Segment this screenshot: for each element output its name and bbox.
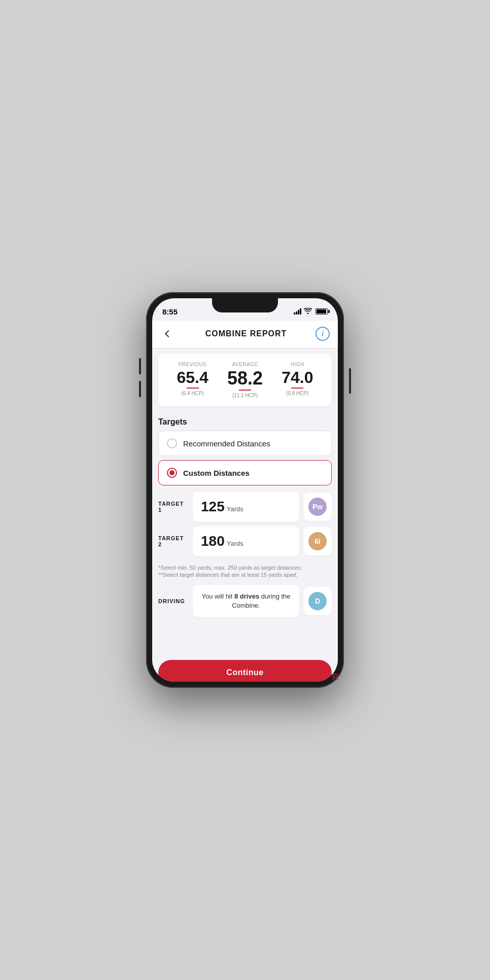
- stat-high: HIGH 74.0 (0.8 HCP): [271, 362, 324, 396]
- average-underline: [239, 390, 251, 391]
- spacer: [152, 621, 338, 652]
- watermark: R: [332, 672, 339, 683]
- target2-label: TARGET 2: [158, 535, 189, 547]
- phone-frame: 8:55: [146, 292, 344, 688]
- target-rows: TARGET 1 125 Yards Pw TARGET 2: [152, 489, 338, 563]
- target1-club-badge: Pw: [308, 498, 327, 516]
- screen-content: COMBINE REPORT i PREVIOUS 65.4 (6.4 HCP)…: [152, 321, 338, 682]
- average-hcp: (11.1 HCP): [219, 393, 271, 398]
- driving-club-box[interactable]: D: [303, 587, 332, 615]
- driving-box: You will hit 8 drives during the Combine…: [193, 585, 299, 617]
- page-title: COMBINE REPORT: [205, 329, 287, 338]
- custom-distances-option[interactable]: Custom Distances: [158, 460, 332, 485]
- target1-distance-box[interactable]: 125 Yards: [193, 492, 299, 522]
- target2-club-box[interactable]: 6i: [303, 527, 332, 555]
- target1-label: TARGET 1: [158, 501, 189, 513]
- targets-section: Targets Recommended Distances Custom Dis…: [152, 411, 338, 485]
- signal-bar-4: [300, 308, 301, 314]
- custom-label: Custom Distances: [183, 469, 250, 477]
- target1-club-label: Pw: [312, 503, 323, 511]
- signal-icon: [294, 308, 301, 314]
- target1-club-box[interactable]: Pw: [303, 493, 332, 521]
- stat-average: AVERAGE 58.2 (11.1 HCP): [219, 362, 271, 398]
- phone-screen: 8:55: [152, 298, 338, 682]
- driving-row: DRIVING You will hit 8 drives during the…: [158, 585, 332, 617]
- continue-section: Continue: [152, 652, 338, 682]
- previous-value: 65.4: [166, 369, 219, 386]
- high-label: HIGH: [271, 362, 324, 367]
- target1-row: TARGET 1 125 Yards Pw: [158, 492, 332, 522]
- header: COMBINE REPORT i: [152, 321, 338, 348]
- high-hcp: (0.8 HCP): [271, 391, 324, 396]
- continue-button[interactable]: Continue: [158, 660, 332, 682]
- previous-hcp: (6.4 HCP): [166, 391, 219, 396]
- driving-label: DRIVING: [158, 598, 189, 604]
- note2: **Select target distances that are at le…: [158, 572, 332, 578]
- previous-label: PREVIOUS: [166, 362, 219, 367]
- previous-underline: [187, 388, 199, 389]
- recommended-label: Recommended Distances: [183, 439, 270, 448]
- target1-unit: Yards: [227, 505, 243, 513]
- signal-bar-2: [296, 311, 297, 314]
- volume-down-button[interactable]: [139, 381, 141, 397]
- average-value: 58.2: [219, 369, 271, 388]
- driving-club-label: D: [315, 597, 320, 605]
- target2-distance: 180: [201, 533, 225, 549]
- average-label: AVERAGE: [219, 362, 271, 367]
- back-chevron-icon: [165, 330, 172, 337]
- wifi-icon: [304, 308, 312, 316]
- driving-text-part1: You will hit: [201, 592, 234, 600]
- custom-radio-dot: [169, 470, 174, 475]
- power-button[interactable]: [349, 368, 351, 394]
- target2-unit: Yards: [227, 540, 243, 547]
- volume-up-button[interactable]: [139, 358, 141, 374]
- target2-distance-box[interactable]: 180 Yards: [193, 526, 299, 556]
- custom-radio: [167, 468, 177, 478]
- recommended-radio: [167, 438, 177, 448]
- battery-fill: [317, 309, 326, 313]
- target2-row: TARGET 2 180 Yards 6i: [158, 526, 332, 556]
- note1: *Select min. 50 yards, max. 250 yards as…: [158, 565, 332, 571]
- signal-bar-3: [298, 310, 299, 314]
- notes-section: *Select min. 50 yards, max. 250 yards as…: [152, 563, 338, 583]
- targets-title: Targets: [158, 417, 332, 427]
- back-button[interactable]: [160, 326, 177, 342]
- driving-bold-text: 8 drives: [234, 592, 259, 600]
- info-icon: i: [322, 330, 324, 338]
- battery-icon: [316, 308, 328, 314]
- driving-text: You will hit 8 drives during the Combine…: [201, 592, 291, 610]
- stats-card: PREVIOUS 65.4 (6.4 HCP) AVERAGE 58.2 (11…: [158, 354, 332, 406]
- high-value: 74.0: [271, 369, 324, 386]
- driving-club-badge: D: [308, 592, 327, 610]
- notch: [212, 298, 278, 312]
- target2-club-label: 6i: [314, 537, 321, 545]
- info-button[interactable]: i: [316, 327, 330, 341]
- high-underline: [291, 388, 303, 389]
- target1-distance: 125: [201, 499, 225, 515]
- target2-club-badge: 6i: [308, 532, 327, 550]
- signal-bar-1: [294, 312, 295, 314]
- status-icons: [294, 308, 328, 316]
- stat-previous: PREVIOUS 65.4 (6.4 HCP): [166, 362, 219, 396]
- status-time: 8:55: [162, 307, 178, 316]
- recommended-distances-option[interactable]: Recommended Distances: [158, 431, 332, 456]
